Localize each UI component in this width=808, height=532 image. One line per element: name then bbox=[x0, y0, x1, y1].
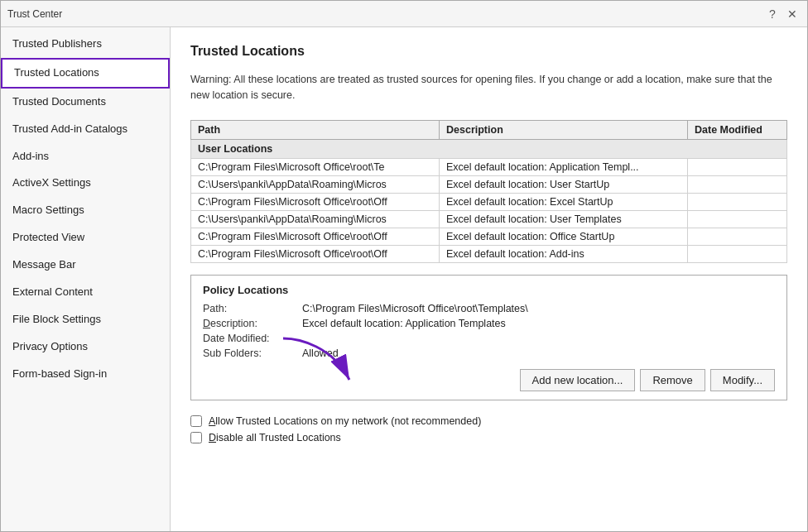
row-desc: Excel default location: Office StartUp bbox=[440, 228, 688, 245]
table-row[interactable]: C:\Program Files\Microsoft Office\root\O… bbox=[191, 245, 787, 262]
row-desc: Excel default location: Application Temp… bbox=[440, 158, 688, 175]
section-header-user-label: User Locations bbox=[191, 139, 787, 158]
titlebar: Trust Center ? ✕ bbox=[1, 1, 807, 27]
arrow-annotation bbox=[267, 330, 366, 396]
help-button[interactable]: ? bbox=[764, 6, 781, 22]
sidebar-item-protected-view[interactable]: Protected View bbox=[1, 224, 170, 252]
policy-path-value: C:\Program Files\Microsoft Office\root\T… bbox=[302, 303, 528, 314]
modify-button[interactable]: Modify... bbox=[710, 369, 775, 391]
row-date bbox=[688, 228, 787, 245]
row-date bbox=[688, 175, 787, 193]
window-title: Trust Center bbox=[7, 8, 62, 20]
row-desc: Excel default location: User StartUp bbox=[440, 175, 688, 193]
content-area: Trusted Publishers Trusted Locations Tru… bbox=[1, 27, 807, 531]
table-row[interactable]: C:\Program Files\Microsoft Office\root\O… bbox=[191, 193, 787, 210]
table-row[interactable]: C:\Program Files\Microsoft Office\root\T… bbox=[191, 158, 787, 175]
policy-desc-label: Description: bbox=[203, 318, 302, 329]
policy-path-label: Path: bbox=[203, 303, 302, 314]
sidebar: Trusted Publishers Trusted Locations Tru… bbox=[1, 27, 171, 531]
row-date bbox=[688, 193, 787, 210]
row-desc: Excel default location: Add-ins bbox=[440, 245, 688, 262]
row-date bbox=[688, 210, 787, 228]
buttons-row: Add new location... Remove Modify... bbox=[203, 369, 775, 391]
sidebar-item-activex[interactable]: ActiveX Settings bbox=[1, 170, 170, 197]
table-row[interactable]: C:\Users\panki\AppData\Roaming\Micros Ex… bbox=[191, 175, 787, 193]
sidebar-item-macro[interactable]: Macro Settings bbox=[1, 197, 170, 224]
locations-table: Path Description Date Modified User Loca… bbox=[190, 120, 787, 263]
main-panel: Trusted Locations Warning: All these loc… bbox=[171, 27, 807, 531]
sidebar-item-file-block[interactable]: File Block Settings bbox=[1, 306, 170, 333]
sidebar-item-privacy[interactable]: Privacy Options bbox=[1, 333, 170, 361]
row-path: C:\Program Files\Microsoft Office\root\O… bbox=[191, 193, 440, 210]
add-location-button[interactable]: Add new location... bbox=[520, 369, 636, 391]
policy-section-title: Policy Locations bbox=[203, 284, 775, 296]
policy-desc-value: Excel default location: Application Temp… bbox=[302, 318, 506, 329]
panel-title: Trusted Locations bbox=[190, 44, 787, 59]
sidebar-item-trusted-documents[interactable]: Trusted Documents bbox=[1, 89, 170, 116]
table-row[interactable]: C:\Users\panki\AppData\Roaming\Micros Ex… bbox=[191, 210, 787, 228]
sidebar-item-message-bar[interactable]: Message Bar bbox=[1, 252, 170, 279]
policy-section: Policy Locations Path: C:\Program Files\… bbox=[190, 275, 787, 400]
checkbox-allow-network-row: Allow Trusted Locations on my network (n… bbox=[190, 415, 787, 427]
sidebar-item-addins[interactable]: Add-ins bbox=[1, 143, 170, 170]
titlebar-controls: ? ✕ bbox=[764, 6, 801, 22]
close-button[interactable]: ✕ bbox=[784, 6, 801, 22]
sidebar-item-trusted-addins[interactable]: Trusted Add-in Catalogs bbox=[1, 116, 170, 143]
disable-all-checkbox[interactable] bbox=[190, 432, 202, 443]
table-row[interactable]: C:\Program Files\Microsoft Office\root\O… bbox=[191, 228, 787, 245]
row-path: C:\Program Files\Microsoft Office\root\O… bbox=[191, 245, 440, 262]
row-desc: Excel default location: User Templates bbox=[440, 210, 688, 228]
allow-network-label: Allow Trusted Locations on my network (n… bbox=[209, 415, 481, 427]
col-header-path: Path bbox=[191, 120, 440, 139]
section-header-user: User Locations bbox=[191, 139, 787, 158]
trust-center-window: Trust Center ? ✕ Trusted Publishers Trus… bbox=[0, 0, 808, 532]
sidebar-item-trusted-locations[interactable]: Trusted Locations bbox=[1, 58, 170, 89]
checkboxes-section: Allow Trusted Locations on my network (n… bbox=[190, 415, 787, 443]
disable-all-label: Disable all Trusted Locations bbox=[209, 432, 341, 443]
warning-text: Warning: All these locations are treated… bbox=[190, 72, 787, 103]
policy-path-row: Path: C:\Program Files\Microsoft Office\… bbox=[203, 303, 775, 314]
allow-network-checkbox[interactable] bbox=[190, 415, 202, 427]
col-header-date: Date Modified bbox=[688, 120, 787, 139]
checkbox-disable-all-row: Disable all Trusted Locations bbox=[190, 432, 787, 443]
sidebar-item-trusted-publishers[interactable]: Trusted Publishers bbox=[1, 31, 170, 58]
row-path: C:\Users\panki\AppData\Roaming\Micros bbox=[191, 175, 440, 193]
row-path: C:\Program Files\Microsoft Office\root\T… bbox=[191, 158, 440, 175]
sidebar-item-external-content[interactable]: External Content bbox=[1, 279, 170, 306]
row-path: C:\Program Files\Microsoft Office\root\O… bbox=[191, 228, 440, 245]
col-header-desc: Description bbox=[440, 120, 688, 139]
row-date bbox=[688, 158, 787, 175]
remove-button[interactable]: Remove bbox=[640, 369, 705, 391]
policy-desc-row: Description: Excel default location: App… bbox=[203, 318, 775, 329]
row-date bbox=[688, 245, 787, 262]
row-desc: Excel default location: Excel StartUp bbox=[440, 193, 688, 210]
row-path: C:\Users\panki\AppData\Roaming\Micros bbox=[191, 210, 440, 228]
sidebar-item-form-signin[interactable]: Form-based Sign-in bbox=[1, 361, 170, 388]
